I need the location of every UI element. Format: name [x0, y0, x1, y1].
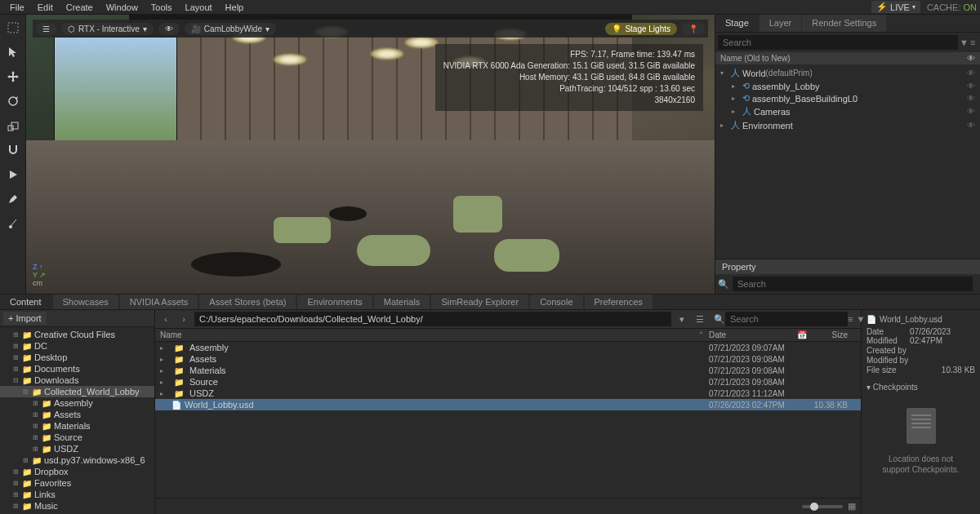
visibility-toggle-icon[interactable]: 👁 — [158, 23, 180, 35]
folder-tree-row[interactable]: ⊞📁Favorites — [0, 477, 154, 489]
stage-list-header[interactable]: Name (Old to New)👁 — [715, 52, 980, 64]
right-panel: Stage Layer Render Settings ▼ ≡ Name (Ol… — [715, 15, 980, 294]
folder-tree-row[interactable]: ⊞📁Desktop — [0, 352, 154, 363]
live-button[interactable]: ⚡LIVE▾ — [871, 1, 920, 13]
viewport-stats: FPS: 7.17, Frame time: 139.47 ms NVIDIA … — [435, 44, 703, 111]
folder-tree-row[interactable]: ⊞📁usd.py37.windows-x86_6 — [0, 454, 154, 466]
file-row[interactable]: 📄World_Lobby.usd07/26/2023 02:47PM10.38 … — [155, 399, 861, 410]
checkpoints-header[interactable]: ▾ Checkpoints — [866, 381, 975, 393]
pointer-tool-icon[interactable] — [3, 42, 23, 62]
import-button[interactable]: +Import — [3, 312, 47, 325]
brush-tool-icon[interactable] — [3, 189, 23, 209]
calendar-icon: 📅 — [797, 330, 807, 339]
menu-bar: File Edit Create Window Tools Layout Hel… — [0, 0, 980, 15]
content-browser: +Import ⊞📁Creative Cloud Files⊞📁DC⊞📁Desk… — [0, 310, 980, 514]
bottom-tab[interactable]: NVIDIA Assets — [120, 295, 198, 309]
rotate-tool-icon[interactable] — [3, 91, 23, 111]
tab-render-settings[interactable]: Render Settings — [802, 15, 886, 32]
checkpoint-placeholder-text: Location does not support Checkpoints. — [883, 454, 960, 475]
select-tool-icon[interactable] — [3, 18, 23, 38]
stage-search-input[interactable] — [718, 35, 958, 50]
thumbnail-size-slider[interactable] — [802, 505, 843, 508]
scale-tool-icon[interactable] — [3, 116, 23, 135]
document-placeholder-icon — [906, 408, 936, 444]
bottom-tab[interactable]: Console — [530, 295, 582, 309]
grid-view-icon[interactable]: ▦ — [848, 501, 856, 512]
stage-lights-toggle[interactable]: 💡 Stage Lights — [605, 23, 677, 35]
sort-icon[interactable]: ˄ — [699, 330, 709, 339]
folder-tree-row[interactable]: ⊞📁USDZ — [0, 443, 154, 454]
folder-tree-row[interactable]: ⊞📁Assets — [0, 409, 154, 420]
folder-tree-row[interactable]: ⊞📁Dropbox — [0, 466, 154, 477]
svg-point-1 — [9, 97, 17, 105]
folder-tree-row[interactable]: ⊞📁Creative Cloud Files — [0, 329, 154, 340]
options-icon[interactable]: ≡ — [970, 38, 975, 47]
bottom-tab[interactable]: Preferences — [585, 295, 653, 309]
camera-dropdown[interactable]: 🎥 CamLobbyWide ▾ — [185, 23, 276, 35]
menu-layout[interactable]: Layout — [179, 1, 219, 14]
menu-help[interactable]: Help — [219, 1, 251, 14]
file-list-header[interactable]: Name ˄ Date 📅 Size — [155, 329, 861, 342]
svg-rect-0 — [8, 23, 18, 33]
file-row[interactable]: ▸📁Assets07/21/2023 09:08AM — [155, 353, 861, 365]
menu-create[interactable]: Create — [60, 1, 100, 14]
bookmark-icon[interactable]: ▾ — [675, 312, 689, 326]
viewport-menu-icon[interactable]: ☰ — [36, 23, 56, 35]
folder-tree-row[interactable]: ⊟📁Downloads — [0, 374, 154, 386]
viewport[interactable]: ☰ ⬡ RTX - Interactive ▾ 👁 🎥 CamLobbyWide… — [26, 15, 715, 294]
menu-window[interactable]: Window — [100, 1, 145, 14]
folder-tree-row[interactable]: ⊞📁Source — [0, 432, 154, 443]
menu-file[interactable]: File — [3, 1, 31, 14]
folder-tree-row[interactable]: ⊞📁Music — [0, 500, 154, 512]
lightning-icon: ⚡ — [876, 2, 888, 12]
file-row[interactable]: ▸📁Materials07/21/2023 09:08AM — [155, 365, 861, 376]
details-file-name: World_Lobby.usd — [880, 315, 942, 324]
stage-tree-row[interactable]: ▸人Environment👁 — [715, 118, 980, 132]
file-row[interactable]: ▸📁Source07/21/2023 09:08AM — [155, 376, 861, 388]
file-row[interactable]: ▸📁Assembly07/21/2023 09:07AM — [155, 342, 861, 353]
property-panel-header: Property — [715, 259, 980, 274]
search-icon: 🔍 — [718, 279, 729, 290]
nav-back-icon[interactable]: ‹ — [158, 312, 173, 326]
move-tool-icon[interactable] — [3, 67, 23, 86]
folder-tree-row[interactable]: ⊞📁Documents — [0, 363, 154, 374]
bottom-tab[interactable]: Environments — [297, 295, 372, 309]
bottom-tab[interactable]: Materials — [374, 295, 430, 309]
view-options-icon[interactable]: ≡ — [848, 314, 853, 324]
stage-tree-row[interactable]: ▸人Cameras👁 — [715, 104, 980, 118]
menu-tools[interactable]: Tools — [145, 1, 179, 14]
snap-tool-icon[interactable] — [3, 140, 23, 160]
file-details-panel: 📄 World_Lobby.usd Date Modified07/26/202… — [862, 310, 980, 514]
path-input[interactable] — [194, 312, 671, 326]
measure-tool-icon[interactable] — [3, 214, 23, 233]
viewport-axis-gizmo: Z ↑ Y ↗ cm — [33, 263, 46, 287]
property-search-input[interactable] — [733, 277, 973, 291]
path-options-icon[interactable]: ☰ — [693, 312, 707, 326]
bottom-tab[interactable]: Showcases — [53, 295, 118, 309]
stage-tree-row[interactable]: ▸⟲assembly_Lobby👁 — [715, 80, 980, 92]
file-icon: 📄 — [866, 315, 876, 324]
bottom-tab[interactable]: SimReady Explorer — [431, 295, 528, 309]
play-tool-icon[interactable] — [3, 165, 23, 184]
content-search-input[interactable] — [725, 312, 848, 326]
menu-edit[interactable]: Edit — [31, 1, 60, 14]
tab-stage[interactable]: Stage — [715, 15, 759, 32]
file-row[interactable]: ▸📁USDZ07/21/2023 11:12AM — [155, 388, 861, 399]
render-mode-dropdown[interactable]: ⬡ RTX - Interactive ▾ — [61, 23, 154, 35]
nav-fwd-icon[interactable]: › — [176, 312, 191, 326]
folder-tree-row[interactable]: ⊞📁Links — [0, 489, 154, 500]
folder-tree-row[interactable]: ⊞📁DC — [0, 340, 154, 352]
stage-tree-row[interactable]: ▾人World (defaultPrim)👁 — [715, 66, 980, 80]
tab-layer[interactable]: Layer — [760, 15, 802, 32]
bottom-tab[interactable]: Content — [0, 295, 51, 309]
folder-tree-row[interactable]: ⊞📁Assembly — [0, 397, 154, 409]
folder-tree-row[interactable]: ⊞📁Materials — [0, 420, 154, 432]
filter-icon[interactable]: ▼ — [960, 38, 969, 47]
stage-tree-row[interactable]: ▸⟲assembly_BaseBuildingL0👁 — [715, 92, 980, 104]
eye-column-icon: 👁 — [967, 54, 975, 63]
svg-line-5 — [11, 219, 16, 225]
location-icon[interactable]: 📍 — [682, 23, 705, 35]
folder-tree-row[interactable]: ⊟📁Collected_World_Lobby — [0, 386, 154, 397]
bottom-tab[interactable]: Asset Stores (beta) — [199, 295, 296, 309]
svg-rect-2 — [8, 126, 13, 131]
